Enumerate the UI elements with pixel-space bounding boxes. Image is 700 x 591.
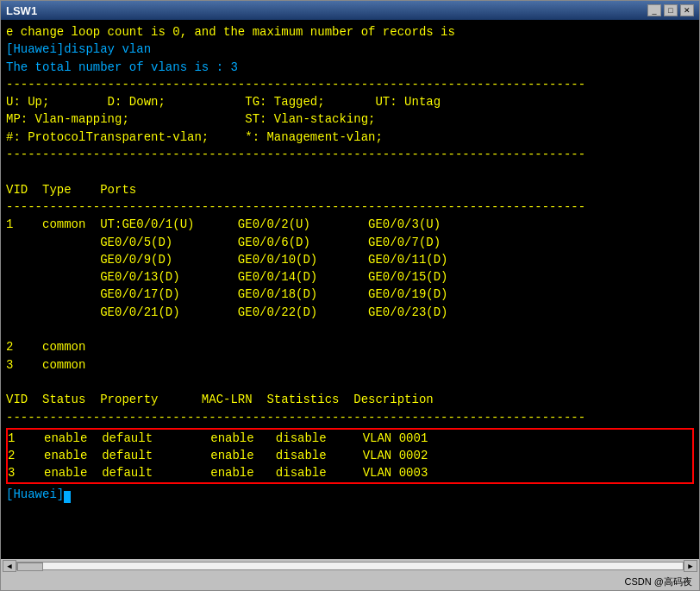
minimize-button[interactable]: _ <box>647 4 661 16</box>
terminal-line: GE0/0/17(D) GE0/0/18(D) GE0/0/19(D) <box>6 286 694 303</box>
terminal-line: [Huawei]display vlan <box>6 41 694 58</box>
horizontal-scrollbar[interactable]: ◀ ▶ <box>1 559 699 573</box>
terminal-line: GE0/0/21(D) GE0/0/22(D) GE0/0/23(D) <box>6 304 694 321</box>
terminal-line: e change loop count is 0, and the maximu… <box>6 23 694 41</box>
terminal-line: U: Up; D: Down; TG: Tagged; UT: Untag <box>6 93 694 110</box>
terminal-line: 3 common <box>6 356 694 374</box>
terminal-line: #: ProtocolTransparent-vlan; *: Manageme… <box>6 129 694 146</box>
separator-line: ----------------------------------------… <box>6 146 694 163</box>
terminal-line: VID Type Ports <box>6 181 694 198</box>
terminal-line: 2 common <box>6 338 694 355</box>
prompt-line[interactable]: [Huawei] <box>6 486 694 503</box>
terminal-line: MP: Vlan-mapping; ST: Vlan-stacking; <box>6 110 694 128</box>
terminal-line: GE0/0/9(D) GE0/0/10(D) GE0/0/11(D) <box>6 251 694 268</box>
terminal-line: GE0/0/13(D) GE0/0/14(D) GE0/0/15(D) <box>6 268 694 286</box>
terminal-body: e change loop count is 0, and the maximu… <box>1 20 699 559</box>
maximize-button[interactable]: □ <box>664 4 678 16</box>
scroll-left-button[interactable]: ◀ <box>3 560 16 572</box>
terminal-line <box>6 163 694 180</box>
separator-line: ----------------------------------------… <box>6 76 694 93</box>
terminal-line: GE0/0/5(D) GE0/0/6(D) GE0/0/7(D) <box>6 234 694 251</box>
scrollbar-thumb[interactable] <box>17 563 43 571</box>
separator-line: ----------------------------------------… <box>6 198 694 216</box>
titlebar: LSW1 _ □ ✕ <box>1 1 699 20</box>
window-controls: _ □ ✕ <box>647 4 694 16</box>
vlan-row-3: 3 enable default enable disable VLAN 000… <box>8 464 692 481</box>
scroll-right-button[interactable]: ▶ <box>684 560 697 572</box>
terminal-line: The total number of vlans is : 3 <box>6 59 694 76</box>
vlan-table-highlight: 1 enable default enable disable VLAN 000… <box>6 428 694 484</box>
terminal-line: VID Status Property MAC-LRN Statistics D… <box>6 391 694 408</box>
terminal-window: LSW1 _ □ ✕ e change loop count is 0, and… <box>0 0 700 591</box>
window-title: LSW1 <box>6 4 37 17</box>
close-button[interactable]: ✕ <box>680 4 694 16</box>
terminal-line <box>6 321 694 338</box>
terminal-line <box>6 374 694 391</box>
statusbar-text: CSDN @高码夜 <box>625 575 692 588</box>
statusbar: CSDN @高码夜 <box>1 573 699 590</box>
terminal-line: 1 common UT:GE0/0/1(U) GE0/0/2(U) GE0/0/… <box>6 216 694 233</box>
scrollbar-track <box>16 562 684 570</box>
separator-line: ----------------------------------------… <box>6 409 694 426</box>
vlan-row-1: 1 enable default enable disable VLAN 000… <box>8 430 692 447</box>
vlan-row-2: 2 enable default enable disable VLAN 000… <box>8 447 692 464</box>
